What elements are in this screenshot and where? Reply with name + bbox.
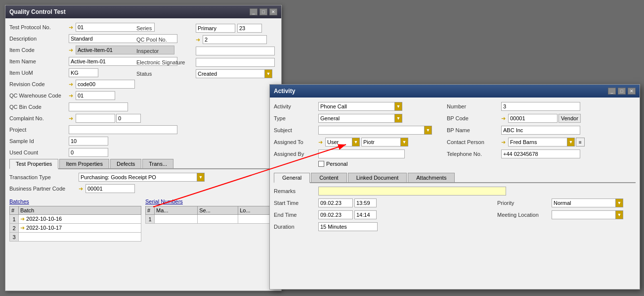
batches-header[interactable]: Batches [9,198,141,204]
transaction-type-label: Transaction Type [9,174,79,180]
qc-pool-label: QC Pool No. [136,37,196,43]
qc-right-fields: Series QC Pool No. ➜ Inspector Electroni… [136,23,277,80]
qc-window: Quality Control Test _ □ ✕ Test Protocol… [5,5,282,291]
contact-person-dropdown[interactable]: ▼ [567,138,575,147]
contact-person-list-btn[interactable]: ≡ [576,138,585,147]
complaint-num-input[interactable] [116,114,141,123]
act-tab-linked-document[interactable]: Linked Document [348,173,407,182]
assigned-to-name-input[interactable] [361,138,401,147]
bp-code-input[interactable] [86,184,135,193]
qc-pool-input[interactable] [203,35,267,44]
series-num-input[interactable] [237,24,262,33]
tab-item-properties[interactable]: Item Properties [59,159,109,168]
maximize-button[interactable]: □ [259,8,267,15]
close-button[interactable]: ✕ [269,8,277,15]
serial-numbers-header[interactable]: Serial Numbers [145,198,277,204]
table-row: 1 ➜ 2022-10-10-16 [10,215,141,224]
item-uom-input[interactable] [69,68,98,77]
revision-code-input[interactable] [76,80,135,89]
meeting-location-label: Meeting Location [497,212,552,218]
tab-content-area: Transaction Type ▼ Business Partner Code… [9,169,277,198]
activity-close-button[interactable]: ✕ [628,88,636,95]
transaction-type-dropdown[interactable]: ▼ [197,173,205,182]
vendor-badge: Vendor [558,114,581,123]
number-input[interactable] [501,102,580,111]
act-tab-content[interactable]: Content [311,173,347,182]
status-input[interactable] [196,69,265,78]
complaint-row: Complaint No. ➜ [9,113,277,123]
project-input[interactable] [69,125,177,134]
subject-input[interactable] [318,126,425,135]
contact-person-input[interactable] [508,138,567,147]
meeting-location-row: Meeting Location ▼ [497,210,636,220]
act-tab-attachments[interactable]: Attachments [408,173,455,182]
activity-bottom-cols: Start Time End Time Duration [274,198,636,234]
end-time-input[interactable] [354,210,377,219]
activity-field-dropdown[interactable]: ▼ [394,102,402,111]
type-dropdown[interactable]: ▼ [394,114,402,123]
subject-label: Subject [274,127,318,133]
batches-table: # Batch 1 ➜ 2022-10-10-16 2 ➜ 2022-10-10… [9,206,141,242]
meeting-location-dropdown[interactable]: ▼ [615,210,623,219]
assigned-to-type-dropdown[interactable]: ▼ [352,138,360,147]
minimize-button[interactable]: _ [250,8,258,15]
qc-titlebar: Quality Control Test _ □ ✕ [5,5,281,18]
assigned-to-type-input[interactable] [325,138,352,147]
activity-window-controls: _ □ ✕ [608,88,636,95]
qc-bin-input[interactable] [69,102,128,111]
qc-warehouse-label: QC Warehouse Code [9,93,69,99]
assigned-to-name-dropdown[interactable]: ▼ [400,138,408,147]
activity-field-input[interactable] [318,102,395,111]
revision-code-label: Revision Code [9,81,69,87]
bp-code-act-input[interactable] [508,114,558,123]
priority-wrapper: ▼ [552,198,623,207]
priority-row: Priority ▼ [497,198,636,208]
contact-person-label: Contact Person [447,139,501,145]
complaint-label: Complaint No. [9,115,69,121]
series-input[interactable] [196,24,235,33]
assigned-by-row: Assigned By [274,149,442,159]
personal-checkbox[interactable] [318,161,324,167]
transaction-type-wrapper: ▼ [79,173,205,182]
tab-test-properties[interactable]: Test Properties [9,159,58,169]
qc-warehouse-input[interactable] [76,91,115,100]
type-input[interactable] [318,114,395,123]
activity-minimize-button[interactable]: _ [608,88,616,95]
meeting-location-input[interactable] [552,210,616,219]
tab-defects[interactable]: Defects [110,159,141,168]
qc-bin-row: QC Bin Code [9,102,277,112]
assigned-to-name-wrapper: ▼ [361,138,408,147]
inspector-input[interactable] [196,47,275,55]
sample-id-input[interactable] [69,137,108,146]
status-dropdown-btn[interactable]: ▼ [264,69,272,78]
meeting-location-wrapper: ▼ [552,210,623,219]
activity-field-wrapper: ▼ [318,102,402,111]
personal-row: Personal [274,161,442,167]
complaint-input[interactable] [76,114,115,123]
remarks-input[interactable] [318,187,506,196]
assigned-by-input[interactable] [318,149,405,158]
electronic-sig-input[interactable] [196,58,275,67]
priority-dropdown[interactable]: ▼ [615,198,623,207]
activity-maximize-button[interactable]: □ [618,88,626,95]
activity-tab-content: Remarks Start Time End Time [274,183,636,237]
subject-dropdown[interactable]: ▼ [424,126,432,135]
telephone-input[interactable] [501,149,580,158]
start-date-input[interactable] [318,198,353,207]
start-time-input[interactable] [354,198,377,207]
duration-input[interactable] [318,222,378,231]
priority-input[interactable] [552,198,616,207]
used-count-label: Used Count [9,149,69,155]
tab-trans[interactable]: Trans... [142,159,173,168]
used-count-input[interactable] [69,148,108,157]
act-tab-general[interactable]: General [274,173,310,183]
number-label: Number [447,103,501,109]
qc-warehouse-row: QC Warehouse Code ➜ [9,91,277,100]
bp-name-input[interactable] [501,126,580,135]
activity-field-row: Activity ▼ [274,101,442,111]
contact-person-arrow: ➜ [501,139,507,146]
transaction-type-input[interactable] [79,173,197,182]
inspector-label: Inspector [136,48,196,54]
end-date-input[interactable] [318,210,353,219]
batch-col-num: # [10,206,19,215]
